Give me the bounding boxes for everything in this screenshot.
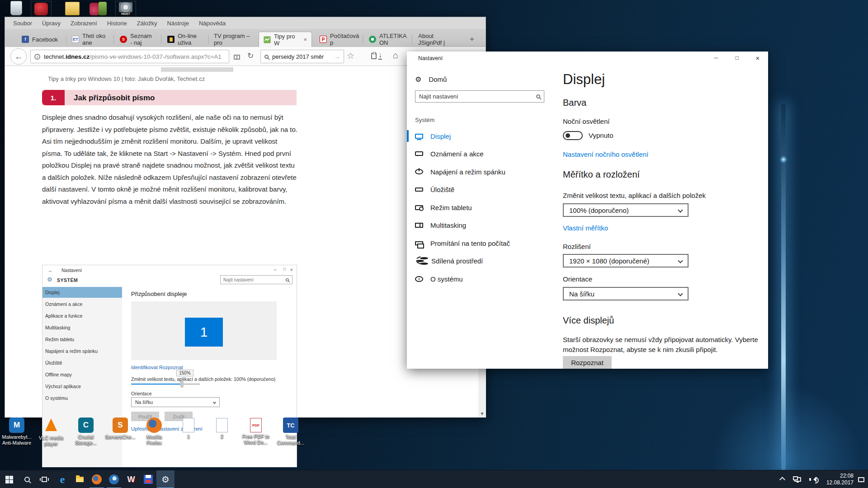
tab-close-icon[interactable]: × [303,36,307,43]
firefox-icon [146,418,162,433]
settings-minimize-button[interactable]: ─ [706,52,726,64]
malwarebytes-icon: M [9,418,24,433]
settings-nav-osystemu[interactable]: i O systému [407,270,556,287]
reload-icon[interactable]: ↻ [247,51,254,61]
new-tab-button[interactable]: + [465,32,476,47]
task-view-icon [42,477,47,482]
article-heading-banner: 1. Jak přizpůsobit písmo [42,90,297,105]
taskbar-firefox[interactable] [88,470,106,488]
treti-oko-favicon: ET [72,36,79,43]
settings-close-button[interactable]: × [747,52,768,64]
tab-jsignpdf[interactable]: About JSignPdf | [414,32,462,47]
tray-time: 22:08 [840,473,854,479]
w-app-icon: W [127,475,135,484]
bookmarks-list-icon[interactable] [371,53,377,59]
pdf-to-word-icon: PDF [250,418,262,432]
desktop-icon-vlc[interactable]: VLC mediaplayer [35,418,67,447]
settings-nav-sdilena[interactable]: Sdílená prostředí [407,252,556,269]
reader-mode-icon[interactable] [234,55,240,60]
tray-show-hidden[interactable] [780,470,784,488]
tray-clock[interactable]: 22:08 12.08.2017 [826,470,854,488]
settings-nav-multitasking[interactable]: Multitasking [407,216,556,234]
scale-label: Změnit velikost textu, aplikací a dalšíc… [563,192,706,199]
night-light-state: Vypnuto [589,131,613,139]
tab-facebook[interactable]: f Facebook [17,32,64,47]
settings-search-input[interactable]: Najít nastavení [415,90,544,103]
tab-online[interactable]: On-line uživa [163,32,206,47]
home-icon[interactable]: ⌂ [393,50,398,61]
start-button[interactable] [0,470,18,488]
task-view-button[interactable] [35,470,53,488]
embedded-gear-icon: ⚙ [47,276,52,283]
desktop-icon-firefox[interactable]: MozillaFirefox [138,418,170,446]
desktop-icon-red-app[interactable] [31,1,52,17]
tab-pocitacova[interactable]: P Počítačová p [315,32,360,47]
taskbar-file-explorer[interactable] [71,470,89,488]
settings-nav-napajeni[interactable]: Napájení a režim spánku [407,163,556,180]
embedded-nav-vychozi: Výchozí aplikace [45,384,81,389]
desktop-icon-recycle-bin[interactable] [6,1,26,17]
taskbar-search-button[interactable] [18,470,36,488]
menu-soubor[interactable]: Soubor [13,20,32,27]
network-icon [794,477,801,482]
detect-button[interactable]: Rozpoznat [563,356,612,369]
taskbar-edge[interactable]: e [53,470,71,488]
taskbar-floppy-app[interactable] [139,470,157,488]
desktop-icon-freepdf[interactable]: PDF Free PDF toWord Do... [240,418,272,446]
action-center-icon [858,477,864,482]
menu-zobrazeni[interactable]: Zobrazení [71,20,97,27]
tab-atletika[interactable]: ATLETIKA ON [364,32,410,47]
tablet-mode-icon [415,205,423,210]
taskbar-w-app[interactable]: W [122,470,140,488]
back-button[interactable]: ← [10,48,27,65]
desktop-icon-file-2[interactable]: 2 [206,418,238,440]
tray-network[interactable] [794,470,801,488]
wallpaper-light-dot [779,155,788,164]
download-icon[interactable]: ↓ [378,51,382,60]
desktop-icon-hgst[interactable]: HGST [115,1,136,17]
tab-tv-program[interactable]: TV program – pro [209,32,257,47]
tab-seznam[interactable]: S Seznam - naj [115,32,159,47]
desktop-icon-fruit-app[interactable] [87,1,109,17]
taskbar-settings[interactable]: ⚙ [156,470,175,488]
menu-upravy[interactable]: Úpravy [42,20,61,27]
desktop-icon-totalcmd[interactable]: TC TotalCommand... [275,418,307,446]
menu-historie[interactable]: Historie [107,20,127,27]
settings-nav-oznameni[interactable]: Oznámení a akce [407,145,556,162]
action-center-button[interactable] [858,470,864,488]
menu-nastroje[interactable]: Nástroje [167,20,189,27]
tab-treti-oko[interactable]: ET Třetí oko ane [67,32,110,47]
night-light-toggle[interactable] [563,131,583,140]
tray-volume[interactable] [811,470,816,488]
settings-nav-displej[interactable]: Displej [407,127,556,145]
menu-zalozky[interactable]: Záložky [137,20,157,27]
taskbar-thunderbird[interactable] [105,470,123,488]
tab-tipy-active[interactable]: Tipy pro W × [259,32,312,47]
settings-nav-promitani[interactable]: Promítání na tento počítač [407,235,556,252]
search-go-icon[interactable]: → [334,53,340,60]
desktop-icon-malwarebytes[interactable]: M Malwarebyt...Anti-Malware [1,418,33,446]
online-favicon [167,36,175,43]
chevron-down-icon [678,258,683,263]
night-light-settings-link[interactable]: Nastavení nočního osvětlení [563,150,648,158]
menu-napoveda[interactable]: Nápověda [199,20,226,27]
settings-nav-home[interactable]: ⚙ Domů [415,75,447,84]
site-info-icon[interactable]: i [34,54,40,60]
scroll-down-icon[interactable]: ▼ [478,410,486,418]
custom-scale-link[interactable]: Vlastní měřítko [563,224,608,232]
embedded-back-icon: ← [48,267,53,273]
settings-nav-rezim-tabletu[interactable]: Režim tabletu [407,199,556,216]
url-bar[interactable]: i technet.idnes.cz/pismo-ve-windows-10-0… [30,50,229,63]
desktop-icon-crucial[interactable]: C CrucialStorage... [70,418,102,446]
settings-nav-uloziste[interactable]: Úložiště [407,181,556,198]
desktop-icon-file-1[interactable]: 1 [173,418,204,440]
orientation-dropdown[interactable]: Na šířku [563,287,689,300]
desktop-icon-serverscheck[interactable]: S ServersChe... [104,418,136,440]
settings-maximize-button[interactable]: □ [726,52,747,64]
search-value: perseidy 2017 směr [272,53,324,60]
bookmark-star-icon[interactable]: ☆ [347,51,354,61]
desktop-icon-folder[interactable] [62,1,82,17]
scale-dropdown[interactable]: 100% (doporučeno) [563,203,689,217]
search-input[interactable]: perseidy 2017 směr → [260,50,344,63]
resolution-dropdown[interactable]: 868 × 488 (doporučené) [563,254,689,267]
